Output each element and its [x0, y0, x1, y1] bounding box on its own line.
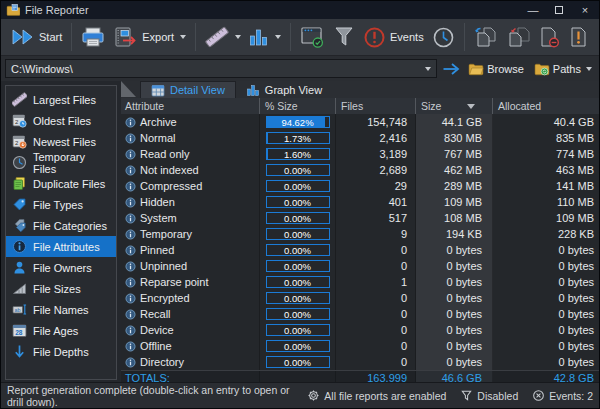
page-red-arrow-icon: [506, 26, 530, 48]
tab-graph-view[interactable]: Graph View: [236, 81, 332, 98]
filter-icon: [333, 26, 355, 48]
remove-report-button[interactable]: [534, 21, 565, 53]
table-row[interactable]: Pinned 0.00% 0 0 bytes 0 bytes: [121, 242, 600, 258]
events-status[interactable]: Events: 2: [532, 389, 593, 402]
allocated-value: 0 bytes: [493, 290, 600, 306]
events-icon: [363, 26, 386, 49]
sidebar-item-duplicate-files[interactable]: Duplicate Files: [6, 173, 116, 194]
sidebar-item-file-ages[interactable]: 28 File Ages: [6, 320, 116, 341]
paths-folder-icon: [534, 62, 550, 76]
files-count: 0: [336, 322, 416, 338]
attribute-name: Read only: [140, 148, 190, 160]
column-header-files[interactable]: Files: [336, 98, 416, 114]
minimize-button[interactable]: —: [521, 2, 545, 18]
table-row[interactable]: Normal 1.73% 2,416 830 MB 835 MB: [121, 130, 600, 146]
copy-report-button[interactable]: [470, 21, 502, 53]
sidebar-item-file-types[interactable]: File Types: [6, 194, 116, 215]
sidebar-item-file-depths[interactable]: File Depths: [6, 341, 116, 362]
table-row[interactable]: Reparse point 0.00% 1 0 bytes 0 bytes: [121, 274, 600, 290]
files-count: 0: [336, 290, 416, 306]
table-row[interactable]: Encrypted 0.00% 0 0 bytes 0 bytes: [121, 290, 600, 306]
column-header-allocated[interactable]: Allocated: [493, 98, 600, 114]
percent-label: 0.00%: [267, 293, 329, 303]
filter-status[interactable]: Disabled: [460, 389, 518, 402]
allocated-value: 0 bytes: [493, 354, 600, 370]
table-row[interactable]: Not indexed 0.00% 2,689 462 MB 463 MB: [121, 162, 600, 178]
files-count: 2,689: [336, 162, 416, 178]
allocated-value: 228 KB: [493, 226, 600, 242]
ruler-icon: [12, 92, 27, 107]
table-row[interactable]: Compressed 0.00% 29 289 MB 141 MB: [121, 178, 600, 194]
events-label: Events: [390, 31, 424, 43]
sidebar-item-file-categories[interactable]: File Categories: [6, 215, 116, 236]
percent-label: 0.00%: [267, 325, 329, 335]
export-button[interactable]: Export: [109, 21, 190, 53]
info-icon: [125, 133, 136, 144]
allocated-value: 0 bytes: [493, 322, 600, 338]
attribute-name: Archive: [140, 116, 177, 128]
report-warnings-button[interactable]: [565, 21, 594, 53]
info-icon: [125, 357, 136, 368]
chart-button[interactable]: [245, 21, 285, 53]
table-row[interactable]: Device 0.00% 0 0 bytes 0 bytes: [121, 322, 600, 338]
page-warning-icon: [569, 26, 590, 48]
table-row[interactable]: Recall 0.00% 0 0 bytes 0 bytes: [121, 306, 600, 322]
go-button[interactable]: [441, 61, 461, 77]
attribute-name: Not indexed: [140, 164, 199, 176]
tag-icon: [12, 197, 27, 212]
table-row[interactable]: Offline 0.00% 0 0 bytes 0 bytes: [121, 338, 600, 354]
pane-corner-decoration: [121, 81, 136, 97]
path-dropdown-icon[interactable]: [425, 67, 431, 71]
percent-bar: 0.00%: [266, 164, 330, 176]
size-value: 0 bytes: [416, 242, 493, 258]
percent-label: 94.62%: [267, 117, 329, 127]
table-row[interactable]: System 0.00% 517 108 MB 109 MB: [121, 210, 600, 226]
table-row[interactable]: Read only 1.60% 3,189 767 MB 774 MB: [121, 146, 600, 162]
files-count: 401: [336, 194, 416, 210]
column-header-size[interactable]: Size: [416, 98, 493, 114]
sidebar-item-newest-files[interactable]: 2 Newest Files: [6, 131, 116, 152]
import-report-button[interactable]: [502, 21, 534, 53]
filter-button[interactable]: [329, 21, 359, 53]
events-button[interactable]: Events: [359, 21, 428, 53]
browse-button[interactable]: Browse: [465, 61, 527, 77]
table-row[interactable]: Archive 94.62% 154,748 44.1 GB 40.4 GB: [121, 114, 600, 130]
measure-caret-icon: [235, 35, 241, 39]
sidebar-item-file-owners[interactable]: File Owners: [6, 257, 116, 278]
sidebar-item-file-sizes[interactable]: File Sizes: [6, 278, 116, 299]
tab-detail-view[interactable]: Detail View: [140, 81, 236, 98]
sidebar-item-largest-files[interactable]: Largest Files: [6, 89, 116, 110]
allocated-value: 0 bytes: [493, 242, 600, 258]
start-button[interactable]: Start: [7, 21, 66, 53]
column-header-attribute[interactable]: Attribute: [121, 98, 260, 114]
history-button[interactable]: [428, 21, 459, 53]
copy-pages-icon: [474, 26, 498, 48]
status-message: Report generation complete (double-click…: [7, 384, 293, 408]
reports-status[interactable]: All file reports are enabled: [307, 389, 446, 402]
path-input[interactable]: C:\Windows\: [5, 59, 437, 78]
info-icon: [125, 277, 136, 288]
paths-button[interactable]: Paths: [531, 61, 595, 77]
print-button[interactable]: [77, 21, 109, 53]
scheduled-reports-button[interactable]: [296, 21, 329, 53]
allocated-value: 835 MB: [493, 130, 600, 146]
maximize-button[interactable]: [547, 2, 571, 18]
percent-label: 0.00%: [267, 245, 329, 255]
table-row[interactable]: Unpinned 0.00% 0 0 bytes 0 bytes: [121, 258, 600, 274]
files-count: 0: [336, 338, 416, 354]
table-row[interactable]: Temporary 0.00% 9 194 KB 228 KB: [121, 226, 600, 242]
close-button[interactable]: ×: [573, 2, 597, 18]
table-row[interactable]: Hidden 0.00% 401 109 MB 110 MB: [121, 194, 600, 210]
chart-caret-icon: [275, 35, 281, 39]
sidebar-item-file-names[interactable]: ab File Names: [6, 299, 116, 320]
info-icon: [12, 239, 27, 254]
sidebar-item-temporary-files[interactable]: Temporary Files: [6, 152, 116, 173]
files-count: 0: [336, 306, 416, 322]
sidebar-item-oldest-files[interactable]: 2 Oldest Files: [6, 110, 116, 131]
circled-x-icon: [532, 389, 545, 402]
sidebar-item-file-attributes[interactable]: File Attributes: [6, 236, 116, 257]
measure-button[interactable]: [201, 21, 245, 53]
table-row[interactable]: Directory 0.00% 0 0 bytes 0 bytes: [121, 354, 600, 370]
arrow-down-icon: [12, 344, 27, 359]
column-header-percent-size[interactable]: % Size: [260, 98, 336, 114]
